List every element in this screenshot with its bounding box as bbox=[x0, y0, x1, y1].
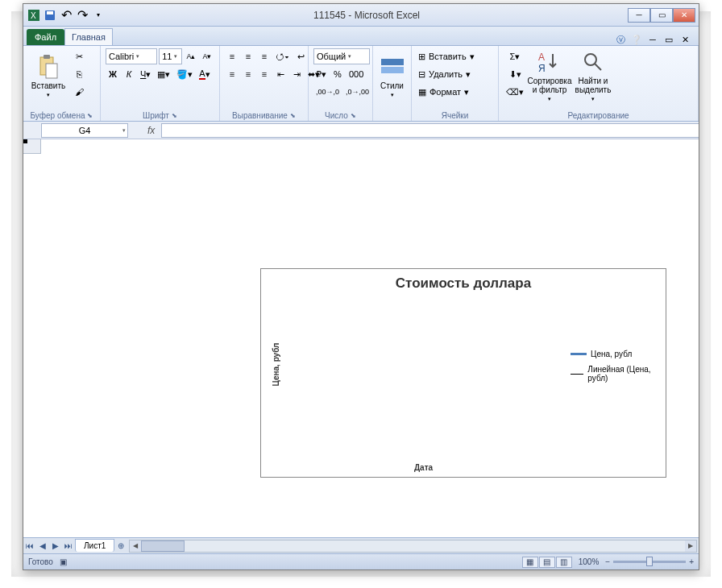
page-layout-button[interactable]: ▤ bbox=[539, 557, 555, 568]
chart-xlabel: Дата bbox=[414, 463, 433, 472]
cut-icon[interactable]: ✂ bbox=[72, 48, 86, 64]
sheet-nav-prev-icon[interactable]: ◀ bbox=[36, 540, 49, 553]
ribbon-tabs: Файл Главная ⓥ ❔ ─ ▭ ✕ bbox=[23, 27, 699, 46]
formula-input[interactable] bbox=[161, 123, 699, 138]
format-cells-button[interactable]: ▦Формат ▾ bbox=[417, 84, 493, 100]
paste-button[interactable]: Вставить ▾ bbox=[28, 48, 68, 103]
sheet-nav-last-icon[interactable]: ⏭ bbox=[62, 540, 75, 553]
sheet-nav-next-icon[interactable]: ▶ bbox=[49, 540, 62, 553]
ribbon: Вставить ▾ ✂ ⎘ 🖌 Буфер обмена⬊ Calibri▾ … bbox=[23, 46, 699, 122]
bold-button[interactable]: Ж bbox=[106, 66, 120, 82]
delete-cells-icon: ⊟ bbox=[418, 69, 425, 80]
chart-title[interactable]: Стоимость доллара bbox=[261, 269, 666, 295]
format-painter-icon[interactable]: 🖌 bbox=[72, 84, 86, 100]
indent-inc-icon[interactable]: ⇥ bbox=[289, 66, 304, 82]
maximize-button[interactable]: ▭ bbox=[650, 8, 673, 23]
borders-icon[interactable]: ▦▾ bbox=[155, 66, 172, 82]
zoom-out-button[interactable]: − bbox=[605, 557, 610, 566]
mdi-restore-icon[interactable]: ▭ bbox=[663, 34, 674, 45]
svg-point-11 bbox=[585, 54, 596, 65]
sheet-nav-first-icon[interactable]: ⏮ bbox=[23, 540, 36, 553]
indent-dec-icon[interactable]: ⇤ bbox=[273, 66, 288, 82]
chart-object[interactable]: Стоимость доллара Цена, рубл Дата Цена, … bbox=[260, 268, 666, 478]
find-select-button[interactable]: Найти и выделить▾ bbox=[573, 48, 613, 103]
normal-view-button[interactable]: ▦ bbox=[522, 557, 538, 568]
mdi-min-icon[interactable]: ─ bbox=[647, 34, 658, 45]
select-all-corner[interactable] bbox=[23, 139, 41, 154]
inc-decimal-icon[interactable]: ,00→,0 bbox=[313, 84, 342, 100]
number-format-combo[interactable]: Общий▾ bbox=[313, 48, 370, 64]
copy-icon[interactable]: ⎘ bbox=[72, 66, 86, 82]
dec-decimal-icon[interactable]: ,0→,00 bbox=[343, 84, 371, 100]
insert-cells-icon: ⊞ bbox=[418, 52, 425, 62]
grow-font-icon[interactable]: A▴ bbox=[184, 48, 198, 64]
legend-entry: Линейная (Цена, рубл) bbox=[587, 365, 658, 383]
help-icon[interactable]: ❔ bbox=[631, 34, 642, 45]
fill-color-icon[interactable]: 🪣▾ bbox=[174, 66, 195, 82]
svg-rect-7 bbox=[381, 59, 404, 65]
clear-icon[interactable]: ⌫▾ bbox=[504, 84, 526, 100]
undo-icon[interactable]: ↶ bbox=[59, 8, 73, 23]
italic-button[interactable]: К bbox=[122, 66, 136, 82]
align-left-icon[interactable]: ≡ bbox=[225, 66, 239, 82]
delete-cells-button[interactable]: ⊟Удалить ▾ bbox=[417, 66, 493, 82]
font-color-icon[interactable]: A▾ bbox=[197, 66, 212, 82]
name-box[interactable]: G4▾ bbox=[41, 123, 128, 138]
align-center-icon[interactable]: ≡ bbox=[241, 66, 255, 82]
fill-icon[interactable]: ⬇▾ bbox=[504, 66, 526, 82]
zoom-level[interactable]: 100% bbox=[579, 557, 600, 566]
svg-text:X: X bbox=[31, 11, 36, 20]
new-sheet-icon[interactable]: ⊕ bbox=[114, 540, 127, 553]
svg-rect-5 bbox=[44, 55, 50, 59]
align-bottom-icon[interactable]: ≡ bbox=[257, 48, 272, 64]
status-text: Готово bbox=[28, 557, 53, 566]
svg-rect-3 bbox=[47, 11, 53, 14]
redo-icon[interactable]: ↷ bbox=[75, 8, 89, 23]
autosum-icon[interactable]: Σ▾ bbox=[504, 48, 526, 64]
sort-filter-button[interactable]: АЯ Сортировка и фильтр▾ bbox=[529, 48, 570, 103]
currency-icon[interactable]: ₽▾ bbox=[313, 66, 329, 82]
file-tab[interactable]: Файл bbox=[27, 29, 64, 45]
underline-button[interactable]: Ч▾ bbox=[138, 66, 153, 82]
minimize-ribbon-icon[interactable]: ⓥ bbox=[615, 34, 626, 45]
font-name-combo[interactable]: Calibri▾ bbox=[106, 48, 157, 64]
zoom-slider[interactable] bbox=[613, 561, 686, 563]
titlebar: X ↶ ↷ ▾ 111545 - Microsoft Excel ─ ▭ ✕ bbox=[23, 4, 699, 27]
horizontal-scrollbar[interactable]: ◀ ▶ bbox=[129, 540, 697, 553]
close-button[interactable]: ✕ bbox=[673, 8, 695, 23]
worksheet-grid[interactable]: Стоимость доллара Цена, рубл Дата Цена, … bbox=[23, 139, 699, 537]
font-size-combo[interactable]: 11▾ bbox=[159, 48, 182, 64]
align-right-icon[interactable]: ≡ bbox=[257, 66, 272, 82]
fx-icon[interactable]: fx bbox=[147, 125, 155, 136]
wrap-text-icon[interactable]: ↩ bbox=[293, 48, 308, 64]
page-break-button[interactable]: ▥ bbox=[556, 557, 572, 568]
dialog-launcher-icon[interactable]: ⬊ bbox=[87, 112, 93, 119]
percent-icon[interactable]: % bbox=[330, 66, 345, 82]
macro-record-icon[interactable]: ▣ bbox=[60, 557, 67, 566]
svg-rect-6 bbox=[46, 64, 57, 78]
svg-line-12 bbox=[595, 64, 601, 70]
chart-ylabel: Цена, рубл bbox=[272, 338, 280, 387]
window-title: 111545 - Microsoft Excel bbox=[106, 10, 628, 21]
align-top-icon[interactable]: ≡ bbox=[225, 48, 239, 64]
align-middle-icon[interactable]: ≡ bbox=[241, 48, 255, 64]
dialog-launcher-icon[interactable]: ⬊ bbox=[172, 112, 177, 119]
styles-button[interactable]: Стили▾ bbox=[378, 48, 406, 103]
dialog-launcher-icon[interactable]: ⬊ bbox=[290, 112, 296, 119]
mdi-close-icon[interactable]: ✕ bbox=[679, 34, 691, 45]
chart-legend[interactable]: Цена, рубл Линейная (Цена, рубл) bbox=[571, 350, 658, 389]
svg-text:А: А bbox=[538, 52, 545, 63]
svg-text:Я: Я bbox=[538, 63, 546, 74]
minimize-button[interactable]: ─ bbox=[628, 8, 650, 23]
save-icon[interactable] bbox=[43, 8, 57, 23]
shrink-font-icon[interactable]: A▾ bbox=[200, 48, 214, 64]
sheet-tab-active[interactable]: Лист1 bbox=[75, 539, 114, 552]
formula-bar: G4▾ fx bbox=[23, 122, 699, 139]
qat-more-icon[interactable]: ▾ bbox=[91, 8, 106, 23]
insert-cells-button[interactable]: ⊞Вставить ▾ bbox=[417, 48, 493, 64]
orientation-icon[interactable]: ⭯▾ bbox=[273, 48, 292, 64]
ribbon-tab[interactable]: Главная bbox=[64, 28, 113, 45]
zoom-in-button[interactable]: + bbox=[689, 557, 694, 566]
comma-icon[interactable]: 000 bbox=[346, 66, 366, 82]
dialog-launcher-icon[interactable]: ⬊ bbox=[351, 112, 356, 119]
